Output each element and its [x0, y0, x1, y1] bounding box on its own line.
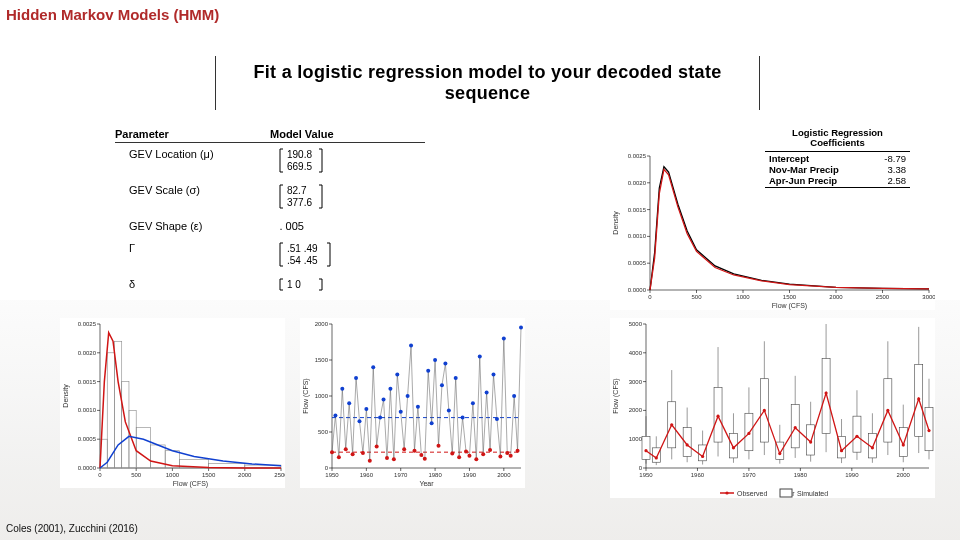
svg-point-232: [701, 455, 704, 458]
svg-text:Year: Year: [419, 480, 434, 487]
svg-text:Simulated: Simulated: [797, 490, 828, 497]
svg-text:Observed: Observed: [737, 490, 767, 497]
svg-text:1000: 1000: [315, 393, 329, 399]
svg-point-146: [433, 358, 437, 362]
svg-text:3000: 3000: [629, 379, 643, 385]
heading-divider-box: Fit a logistic regression model to your …: [215, 56, 760, 110]
svg-text:Flow (CFS): Flow (CFS): [173, 480, 208, 488]
svg-point-125: [498, 454, 502, 458]
svg-point-230: [670, 423, 673, 426]
svg-point-246: [917, 397, 920, 400]
svg-point-141: [406, 394, 410, 398]
svg-point-117: [437, 444, 441, 448]
svg-text:1950: 1950: [639, 472, 653, 478]
svg-point-238: [794, 426, 797, 429]
svg-point-108: [361, 451, 365, 455]
svg-point-155: [492, 372, 496, 376]
chart-density-two-state: 050010001500200025000.00000.00050.00100.…: [60, 318, 285, 488]
svg-text:1  0: 1 0: [287, 279, 301, 290]
svg-point-129: [333, 413, 337, 417]
svg-text:2500: 2500: [876, 294, 890, 300]
svg-text:Flow (CFS): Flow (CFS): [772, 302, 807, 310]
svg-point-142: [409, 344, 413, 348]
svg-text:377.6: 377.6: [287, 197, 312, 208]
svg-text:0: 0: [648, 294, 652, 300]
svg-point-120: [464, 449, 468, 453]
table-row: GEV Location (μ) 190.8669.5: [115, 143, 425, 179]
svg-text:4000: 4000: [629, 350, 643, 356]
svg-point-234: [732, 446, 735, 449]
svg-point-107: [351, 452, 355, 456]
svg-text:3000: 3000: [922, 294, 935, 300]
svg-point-118: [450, 452, 454, 456]
svg-text:0.0005: 0.0005: [78, 436, 97, 442]
svg-rect-66: [107, 353, 114, 468]
svg-text:500: 500: [691, 294, 702, 300]
svg-text:0.0020: 0.0020: [78, 350, 97, 356]
svg-point-148: [443, 362, 447, 366]
svg-text:2000: 2000: [897, 472, 911, 478]
svg-point-105: [337, 455, 341, 459]
svg-text:2000: 2000: [315, 321, 329, 327]
svg-text:1500: 1500: [315, 357, 329, 363]
svg-rect-70: [136, 428, 150, 468]
svg-point-153: [478, 354, 482, 358]
svg-text:1960: 1960: [691, 472, 705, 478]
svg-point-133: [357, 419, 361, 423]
svg-point-147: [440, 383, 444, 387]
svg-text:190.8: 190.8: [287, 149, 312, 160]
svg-text:0.0025: 0.0025: [78, 321, 97, 327]
parameter-table: Parameter Model Value GEV Location (μ) 1…: [115, 128, 425, 297]
svg-text:2000: 2000: [497, 472, 511, 478]
svg-text:2000: 2000: [238, 472, 252, 478]
svg-point-138: [388, 387, 392, 391]
svg-point-240: [824, 392, 827, 395]
svg-text:82.7: 82.7: [287, 185, 307, 196]
svg-point-247: [927, 429, 930, 432]
svg-text:2500: 2500: [274, 472, 285, 478]
svg-rect-223: [899, 428, 907, 457]
svg-text:1960: 1960: [360, 472, 374, 478]
svg-point-154: [485, 390, 489, 394]
svg-rect-68: [122, 382, 129, 468]
svg-text:0.0010: 0.0010: [628, 233, 647, 239]
svg-text:0: 0: [98, 472, 102, 478]
svg-point-113: [402, 447, 406, 451]
svg-text:Density: Density: [62, 384, 70, 408]
chart-boxplot-sim: 1950196019701980199020000100020003000400…: [610, 318, 935, 498]
svg-point-144: [426, 369, 430, 373]
svg-rect-197: [699, 445, 707, 461]
svg-text:Flow (CFS): Flow (CFS): [302, 378, 310, 413]
svg-point-150: [454, 376, 458, 380]
param-header: Parameter: [115, 128, 270, 140]
svg-text:1950: 1950: [325, 472, 339, 478]
svg-point-130: [340, 387, 344, 391]
svg-point-127: [509, 454, 513, 458]
svg-point-233: [716, 415, 719, 418]
svg-point-123: [481, 452, 485, 456]
value-header: Model Value: [270, 128, 420, 140]
table-row: Apr-Jun Precip2.58: [765, 175, 910, 186]
svg-text:0.0000: 0.0000: [628, 287, 647, 293]
svg-point-124: [488, 448, 492, 452]
svg-text:0.0000: 0.0000: [78, 465, 97, 471]
svg-point-229: [655, 456, 658, 459]
svg-point-239: [809, 440, 812, 443]
svg-text:1990: 1990: [463, 472, 477, 478]
svg-point-237: [778, 452, 781, 455]
svg-point-110: [375, 444, 379, 448]
svg-point-119: [457, 455, 461, 459]
svg-point-136: [378, 416, 382, 420]
svg-point-126: [505, 451, 509, 455]
chart-timeseries-states: 1950196019701980199020000500100015002000…: [300, 318, 525, 488]
lr-title-1: Logistic Regression: [792, 127, 883, 138]
svg-point-140: [399, 410, 403, 414]
svg-point-235: [747, 432, 750, 435]
svg-text:1970: 1970: [742, 472, 756, 478]
svg-point-158: [512, 394, 516, 398]
svg-point-241: [840, 449, 843, 452]
table-row: δ 1 0: [115, 273, 425, 297]
svg-text:0.0015: 0.0015: [78, 379, 97, 385]
svg-point-104: [330, 450, 334, 454]
svg-text:.54  .45: .54 .45: [287, 255, 318, 266]
